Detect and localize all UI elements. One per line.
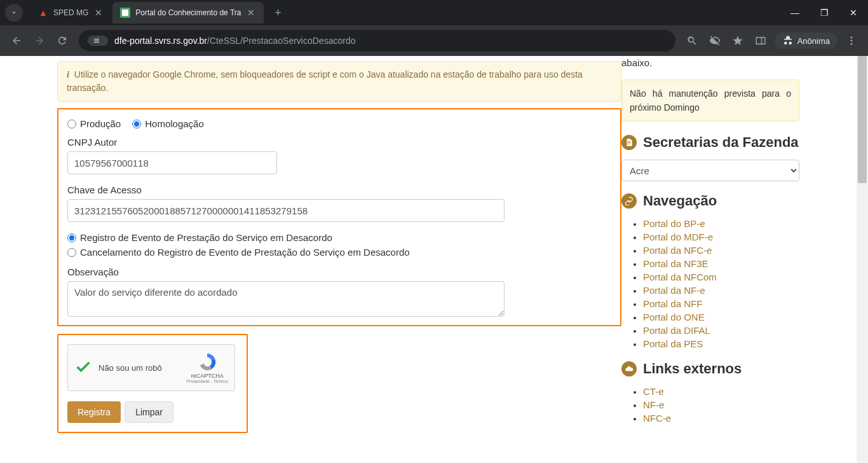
nav-link[interactable]: Portal da PES	[643, 338, 703, 349]
back-button[interactable]	[5, 29, 28, 52]
main-column: i Utilize o navegador Google Chrome, sem…	[0, 56, 621, 463]
side-panel-icon[interactable]	[749, 29, 772, 52]
radio-producao[interactable]: Produção	[67, 118, 121, 129]
zoom-icon[interactable]	[681, 29, 703, 52]
maintenance-alert: Não há manutenção prevista para o próxim…	[621, 79, 799, 122]
info-alert: i Utilize o navegador Google Chrome, sem…	[57, 61, 621, 102]
limpar-button[interactable]: Limpar	[125, 401, 173, 423]
list-item: Portal do ONE	[643, 312, 799, 322]
tab-search-button[interactable]	[5, 4, 23, 22]
tab-portal-conhecimento[interactable]: Portal do Conhecimento de Tra ✕	[112, 2, 264, 24]
bookmark-star-icon[interactable]	[726, 29, 749, 52]
radio-producao-input[interactable]	[67, 120, 76, 128]
minimize-button[interactable]: —	[780, 0, 810, 25]
ext-link[interactable]: CT-e	[643, 386, 664, 397]
link-icon	[621, 193, 637, 209]
incognito-label: Anônima	[797, 36, 830, 46]
list-item: Portal da NFC-e	[643, 245, 799, 256]
radio-homologacao-label: Homologação	[145, 118, 204, 129]
svg-rect-5	[628, 142, 631, 142]
secretarias-select[interactable]: Acre	[621, 160, 799, 181]
radio-registro-label: Registro de Evento de Prestação do Servi…	[80, 232, 332, 243]
new-tab-button[interactable]: +	[269, 4, 287, 22]
forward-button[interactable]	[28, 29, 51, 52]
address-bar[interactable]: dfe-portal.svrs.rs.gov.br/CteSSL/Prestac…	[79, 30, 675, 52]
tab-favicon-icon	[120, 8, 130, 18]
tab-sped-mg[interactable]: ▲ SPED MG ✕	[31, 2, 111, 24]
nav-link[interactable]: Portal da NFCom	[643, 272, 717, 282]
nav-link[interactable]: Portal da DIFAL	[643, 325, 710, 336]
document-icon	[621, 135, 637, 150]
tab-favicon-icon: ▲	[38, 8, 48, 18]
radio-cancelamento-label: Cancelamento do Registro de Evento de Pr…	[80, 247, 410, 258]
reload-button[interactable]	[51, 29, 74, 52]
radio-cancelamento[interactable]: Cancelamento do Registro de Evento de Pr…	[67, 247, 614, 258]
nav-link[interactable]: Portal da NF-e	[643, 285, 705, 296]
tabs-bar: ▲ SPED MG ✕ Portal do Conhecimento de Tr…	[0, 0, 868, 25]
evento-radio-group: Registro de Evento de Prestação do Servi…	[67, 232, 614, 258]
sidebar-text-fragment: abaixo.	[621, 56, 799, 71]
ext-link-list: CT-e NF-e NFC-e	[621, 386, 799, 424]
nav-link[interactable]: Portal da NFF	[643, 298, 702, 309]
list-item: Portal da DIFAL	[643, 325, 799, 336]
radio-cancelamento-input[interactable]	[67, 248, 76, 257]
heading-secretarias: Secretarias da Fazenda	[621, 134, 799, 151]
svg-rect-1	[122, 10, 128, 16]
url-text: dfe-portal.svrs.rs.gov.br/CteSSL/Prestac…	[114, 36, 355, 46]
radio-producao-label: Produção	[80, 118, 121, 129]
radio-registro-input[interactable]	[67, 233, 76, 242]
heading-navegacao-text: Navegação	[643, 193, 717, 209]
heading-links-externos-text: Links externos	[643, 361, 742, 377]
button-row: Registra Limpar	[67, 401, 238, 423]
cnpj-label: CNPJ Autor	[67, 137, 614, 148]
scrollbar-track[interactable]	[857, 56, 868, 463]
nav-link[interactable]: Portal do ONE	[643, 312, 705, 322]
radio-homologacao-input[interactable]	[132, 120, 141, 128]
captcha-box: Não sou um robô reCAPTCHA Privacidade - …	[57, 334, 248, 433]
eye-off-icon[interactable]	[703, 29, 726, 52]
site-info-chip[interactable]	[88, 36, 108, 46]
registra-button[interactable]: Registra	[67, 401, 121, 423]
chave-input[interactable]	[67, 199, 505, 222]
observacao-label: Observação	[67, 266, 614, 277]
scrollbar-thumb[interactable]	[858, 56, 867, 183]
svg-point-2	[851, 36, 853, 38]
svg-point-4	[851, 43, 853, 45]
cnpj-input[interactable]	[67, 151, 277, 174]
window-controls: — ❐ ✕	[780, 0, 868, 25]
list-item: CT-e	[643, 386, 799, 397]
close-window-button[interactable]: ✕	[839, 0, 868, 25]
close-tab-icon[interactable]: ✕	[246, 8, 256, 18]
list-item: Portal da NFF	[643, 298, 799, 309]
info-icon: i	[67, 70, 69, 79]
browser-toolbar: dfe-portal.svrs.rs.gov.br/CteSSL/Prestac…	[0, 25, 868, 56]
nav-link[interactable]: Portal da NFC-e	[643, 245, 712, 256]
recaptcha-widget[interactable]: Não sou um robô reCAPTCHA Privacidade - …	[67, 344, 235, 391]
cloud-icon	[621, 361, 637, 377]
list-item: Portal da NF-e	[643, 285, 799, 296]
svg-rect-6	[628, 142, 631, 143]
list-item: Portal da NF3E	[643, 258, 799, 269]
list-item: NF-e	[643, 399, 799, 410]
ext-link[interactable]: NF-e	[643, 399, 664, 410]
checkmark-icon	[74, 358, 92, 378]
nav-link[interactable]: Portal do BP-e	[643, 218, 705, 229]
list-item: Portal da PES	[643, 338, 799, 349]
nav-link[interactable]: Portal do MDF-e	[643, 232, 713, 242]
recaptcha-logo-icon	[198, 352, 217, 371]
ext-link[interactable]: NFC-e	[643, 413, 671, 424]
info-alert-text: Utilize o navegador Google Chrome, sem b…	[67, 69, 583, 93]
close-tab-icon[interactable]: ✕	[93, 8, 104, 18]
tab-title: SPED MG	[53, 8, 88, 17]
radio-registro[interactable]: Registro de Evento de Prestação do Servi…	[67, 232, 614, 243]
radio-homologacao[interactable]: Homologação	[132, 118, 204, 129]
list-item: Portal da NFCom	[643, 272, 799, 282]
observacao-textarea[interactable]: Valor do serviço diferente do acordado	[67, 281, 505, 317]
chave-label: Chave de Acesso	[67, 184, 614, 195]
nav-link[interactable]: Portal da NF3E	[643, 258, 709, 269]
recaptcha-brand-links: Privacidade - Termos	[186, 379, 228, 384]
heading-navegacao: Navegação	[621, 193, 799, 209]
maximize-button[interactable]: ❐	[810, 0, 839, 25]
browser-menu-icon[interactable]	[840, 29, 863, 52]
incognito-chip[interactable]: Anônima	[775, 32, 837, 49]
